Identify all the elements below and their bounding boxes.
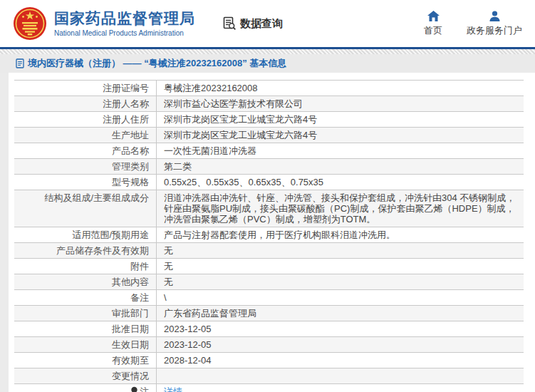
row-value: 粤械注准20232162008 [157,81,524,96]
table-row: 备注 \ [14,290,524,306]
row-label: 变更情况 [14,368,157,383]
row-value: 广东省药品监督管理局 [157,306,524,321]
row-label: 管理类别 [14,159,157,174]
hatch-strip [0,49,535,54]
national-emblem-logo [13,6,47,41]
row-label: 注册人住所 [14,112,157,127]
row-value: 无 [157,259,524,274]
row-label: 注 [14,384,157,392]
nav-label-service-portal: 政务服务门户 [467,24,522,37]
row-label: 审批部门 [14,306,157,321]
row-value: 深圳市龙岗区宝龙工业城宝龙六路4号 [157,128,524,143]
table-row: 产品储存条件及有效期 无 [14,243,524,259]
table-row: 产品名称 一次性无菌泪道冲洗器 [14,143,524,159]
row-value: 一次性无菌泪道冲洗器 [157,143,524,158]
document-icon [16,58,24,68]
nav-item-home[interactable]: 首页 [424,11,442,37]
table-row: 结构及组成/主要组成成分 泪道冲洗器由冲洗针、针座、冲洗管、接头和保护套组成，冲… [14,190,524,227]
row-label: 适用范围/预期用途 [14,227,157,242]
nav-label-home: 首页 [424,24,442,37]
nav-item-service-portal[interactable]: 政务服务门户 [467,11,522,37]
note-icon [130,386,138,392]
row-value: 2028-12-04 [157,353,524,368]
row-value: 深圳市龙岗区宝龙工业城宝龙六路4号 [157,112,524,127]
brand-title: 国家药品监督管理局 [54,10,195,27]
row-label: 注册证编号 [14,81,157,96]
row-label: 注册人名称 [14,96,157,111]
row-label: 型号规格 [14,175,157,190]
table-row: 生产地址 深圳市龙岗区宝龙工业城宝龙六路4号 [14,128,524,143]
table-row: 审批部门 广东省药品监督管理局 [14,306,524,321]
header-nav: 首页 政务服务门户 [424,11,522,37]
table-row: 其他内容 无 [14,274,524,290]
data-query-button[interactable]: 数据查询 [222,16,283,31]
detail-link[interactable]: 详情 [164,386,182,392]
row-label: 备注 [14,290,157,305]
content-panel: 注册证编号 粤械注准20232162008 注册人名称 深圳市益心达医学新技术有… [9,73,535,392]
row-value: 详情 [157,384,524,392]
row-value: \ [157,290,524,305]
row-value: 第二类 [157,159,524,174]
row-label: 附件 [14,259,157,274]
table-row: 管理类别 第二类 [14,159,524,175]
table-row: 注册证编号 粤械注准20232162008 [14,81,524,96]
table-row: 注册人住所 深圳市龙岗区宝龙工业城宝龙六路4号 [14,112,524,128]
table-row-note: 注 详情 [14,384,524,392]
row-value: 2023-12-05 [157,321,524,336]
page-title: 境内医疗器械（注册） —— “粤械注准20232162008” 基本信息 [28,57,286,70]
table-row: 有效期至 2028-12-04 [14,353,524,368]
row-value: 2023-12-05 [157,337,524,352]
data-query-label: 数据查询 [240,17,283,31]
row-label: 其他内容 [14,274,157,289]
row-value: 产品与注射器配套使用，用于医疗机构眼科泪道冲洗用。 [157,227,524,242]
row-label: 产品名称 [14,143,157,158]
row-value: 泪道冲洗器由冲洗针、针座、冲洗管、接头和保护套组成，冲洗针由304 不锈钢制成，… [157,190,524,227]
table-row: 注册人名称 深圳市益心达医学新技术有限公司 [14,96,524,112]
home-icon [427,11,440,21]
row-value [157,368,524,383]
registration-info-table: 注册证编号 粤械注准20232162008 注册人名称 深圳市益心达医学新技术有… [14,80,524,392]
table-row: 型号规格 0.55x25、0.55x35、0.65x35、0.75x35 [14,175,524,190]
table-row: 适用范围/预期用途 产品与注射器配套使用，用于医疗机构眼科泪道冲洗用。 [14,227,524,243]
site-header: 国家药品监督管理局 National Medical Products Admi… [0,0,535,47]
row-label: 批准日期 [14,321,157,336]
row-label: 生效日期 [14,337,157,352]
row-value: 无 [157,243,524,258]
row-value: 深圳市益心达医学新技术有限公司 [157,96,524,111]
row-label: 产品储存条件及有效期 [14,243,157,258]
table-row: 变更情况 [14,368,524,384]
row-label: 结构及组成/主要组成成分 [14,190,157,227]
user-icon [489,11,501,21]
table-row: 批准日期 2023-12-05 [14,321,524,337]
row-label: 有效期至 [14,353,157,368]
row-value: 0.55x25、0.55x35、0.65x35、0.75x35 [157,175,524,190]
row-value: 无 [157,274,524,289]
table-row: 附件 无 [14,259,524,274]
row-label: 生产地址 [14,128,157,143]
breadcrumb: 境内医疗器械（注册） —— “粤械注准20232162008” 基本信息 [0,54,535,73]
row-label-text: 注 [140,386,149,392]
document-search-icon [222,16,237,31]
brand-block: 国家药品监督管理局 National Medical Products Admi… [54,10,195,37]
brand-subtitle: National Medical Products Administration [54,29,195,37]
table-row: 生效日期 2023-12-05 [14,337,524,353]
